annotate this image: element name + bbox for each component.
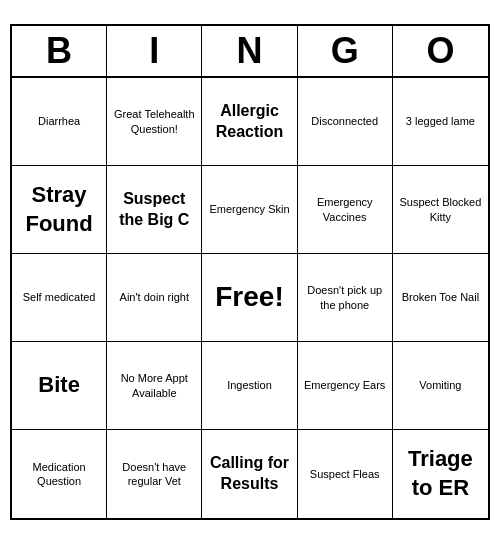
- bingo-cell-17: Ingestion: [202, 342, 297, 430]
- bingo-cell-24: Triage to ER: [393, 430, 488, 518]
- bingo-card: BINGO DiarrheaGreat Telehealth Question!…: [10, 24, 490, 520]
- bingo-cell-9: Suspect Blocked Kitty: [393, 166, 488, 254]
- bingo-letter-n: N: [202, 26, 297, 76]
- bingo-cell-14: Broken Toe Nail: [393, 254, 488, 342]
- bingo-cell-20: Medication Question: [12, 430, 107, 518]
- bingo-cell-19: Vomiting: [393, 342, 488, 430]
- bingo-cell-10: Self medicated: [12, 254, 107, 342]
- bingo-cell-11: Ain't doin right: [107, 254, 202, 342]
- bingo-cell-7: Emergency Skin: [202, 166, 297, 254]
- bingo-letter-i: I: [107, 26, 202, 76]
- bingo-cell-18: Emergency Ears: [298, 342, 393, 430]
- bingo-header: BINGO: [12, 26, 488, 78]
- bingo-cell-21: Doesn't have regular Vet: [107, 430, 202, 518]
- bingo-cell-16: No More Appt Available: [107, 342, 202, 430]
- bingo-grid: DiarrheaGreat Telehealth Question!Allerg…: [12, 78, 488, 518]
- bingo-cell-5: Stray Found: [12, 166, 107, 254]
- bingo-cell-1: Great Telehealth Question!: [107, 78, 202, 166]
- bingo-cell-4: 3 legged lame: [393, 78, 488, 166]
- bingo-cell-2: Allergic Reaction: [202, 78, 297, 166]
- bingo-cell-6: Suspect the Big C: [107, 166, 202, 254]
- bingo-cell-23: Suspect Fleas: [298, 430, 393, 518]
- bingo-letter-o: O: [393, 26, 488, 76]
- bingo-cell-3: Disconnected: [298, 78, 393, 166]
- bingo-cell-13: Doesn't pick up the phone: [298, 254, 393, 342]
- bingo-letter-b: B: [12, 26, 107, 76]
- bingo-cell-0: Diarrhea: [12, 78, 107, 166]
- bingo-cell-12: Free!: [202, 254, 297, 342]
- bingo-cell-22: Calling for Results: [202, 430, 297, 518]
- bingo-cell-15: Bite: [12, 342, 107, 430]
- bingo-cell-8: Emergency Vaccines: [298, 166, 393, 254]
- bingo-letter-g: G: [298, 26, 393, 76]
